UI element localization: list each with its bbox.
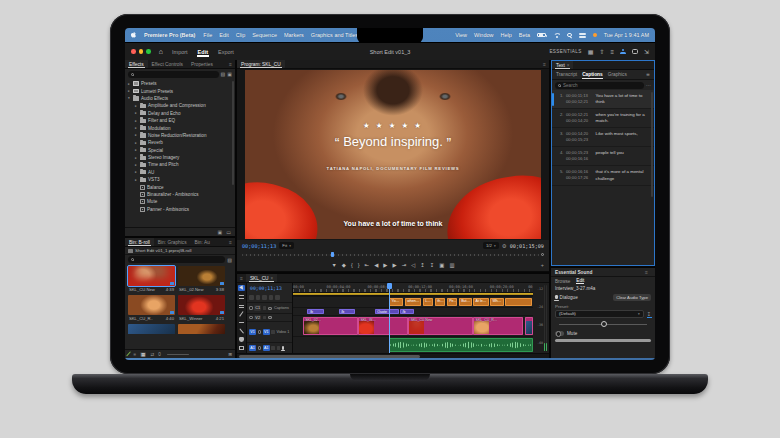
effects-tree-item[interactable]: Binauralizer - Ambisonics bbox=[127, 191, 235, 198]
close-icon[interactable]: × bbox=[567, 63, 570, 68]
lock-icon[interactable] bbox=[258, 330, 262, 334]
mute-toggle[interactable] bbox=[555, 331, 564, 336]
caption-list-item[interactable]: 5.00;00;16;1600;00;17;26that it's more o… bbox=[552, 166, 654, 185]
effects-tree-item[interactable]: Balance bbox=[127, 183, 235, 190]
panel-menu-icon[interactable]: ≡ bbox=[226, 60, 235, 68]
play-icon[interactable]: ▶ bbox=[383, 262, 387, 268]
video-clip[interactable] bbox=[525, 317, 533, 335]
mode-tab-export[interactable]: Export bbox=[217, 45, 235, 59]
edit-pencil-icon[interactable] bbox=[126, 351, 131, 356]
effects-tree-item[interactable]: ▸Filter and EQ bbox=[127, 117, 235, 124]
mute-icon[interactable]: ◁ bbox=[411, 262, 415, 268]
caption-clip[interactable]: Wh… bbox=[490, 298, 504, 306]
effects-tree-item[interactable]: Mute bbox=[127, 198, 235, 205]
marker-icon[interactable] bbox=[269, 295, 274, 300]
effects-tree-item[interactable]: ▸Amplitude and Compression bbox=[127, 102, 235, 109]
mark-in-icon[interactable]: { bbox=[351, 262, 353, 268]
track-header-c1[interactable]: C1 Captions bbox=[247, 302, 292, 313]
project-clip[interactable] bbox=[128, 324, 175, 334]
video-clip[interactable]: SKL_CU.New bbox=[408, 317, 473, 335]
timeline-ruler[interactable]: 00;0000;00;04;0000;00;08;0000;00;12;0000… bbox=[293, 283, 533, 293]
timeline-settings-icon[interactable] bbox=[275, 295, 280, 300]
graphic-clip[interactable]: /b bbox=[400, 309, 414, 314]
caption-clip[interactable] bbox=[505, 298, 531, 306]
eye-icon[interactable] bbox=[268, 307, 272, 310]
menubar-item-view[interactable]: View bbox=[455, 32, 467, 38]
mode-tab-import[interactable]: Import bbox=[171, 45, 189, 59]
subtabs-more-icon[interactable]: ≣ bbox=[646, 72, 650, 77]
caption-text[interactable]: that it's more of a mental challenge bbox=[596, 169, 653, 182]
tab-properties[interactable]: Properties bbox=[187, 60, 217, 68]
subtab-transcript[interactable]: Transcript bbox=[556, 70, 577, 80]
zoom-tool[interactable] bbox=[238, 345, 245, 351]
new-custom-bin-icon[interactable]: ▣ bbox=[218, 229, 223, 235]
caption-list-item[interactable]: 4.00;00;15;2300;00;16;16people tell you bbox=[552, 147, 654, 166]
graphic-clip[interactable]: /b bbox=[339, 309, 356, 314]
project-clip[interactable]: SKL_CU_R..4:40 bbox=[128, 295, 175, 321]
extract-icon[interactable]: ↧ bbox=[430, 262, 435, 268]
caption-clip[interactable]: when… bbox=[405, 298, 422, 306]
effects-tree-item[interactable]: ▸Delay and Echo bbox=[127, 110, 235, 117]
graphic-clip[interactable]: /b bbox=[307, 309, 324, 314]
menubar-item-help[interactable]: Help bbox=[501, 32, 512, 38]
track-options-icon[interactable] bbox=[263, 316, 267, 320]
effects-tree-item[interactable]: ▸AU bbox=[127, 169, 235, 176]
es-tab-edit[interactable]: Edit bbox=[576, 278, 584, 284]
caption-text[interactable]: Like with most sports, bbox=[596, 131, 653, 144]
caption-list-item[interactable]: 1.00;00;11;1300;00;12;21You have a lot o… bbox=[552, 90, 654, 109]
control-center-icon[interactable] bbox=[579, 33, 586, 38]
caption-clip[interactable]: L… bbox=[423, 298, 434, 306]
scrubber-track[interactable] bbox=[242, 254, 539, 256]
tab-bin-au[interactable]: Bin: Au bbox=[191, 238, 214, 246]
menubar-item-edit[interactable]: Edit bbox=[219, 32, 228, 38]
video-clip[interactable]: SKL_CU_R… bbox=[473, 317, 523, 335]
step-back-icon[interactable]: ◀ bbox=[374, 262, 378, 268]
mute-track-icon[interactable] bbox=[271, 346, 275, 350]
go-to-in-icon[interactable]: ⇤ bbox=[365, 262, 370, 268]
comments-icon[interactable] bbox=[632, 49, 638, 54]
lock-icon[interactable] bbox=[258, 346, 262, 350]
apple-logo-icon[interactable] bbox=[131, 32, 137, 39]
effects-tree-item[interactable]: Panner - Ambisonics bbox=[127, 206, 235, 213]
tab-program[interactable]: Program: SKL_CU bbox=[237, 60, 285, 68]
shuttle-icon[interactable]: ⇄ bbox=[150, 352, 154, 357]
snap-icon[interactable] bbox=[256, 295, 261, 300]
search-icon[interactable] bbox=[567, 33, 572, 38]
es-tab-browse[interactable]: Browse bbox=[555, 279, 570, 284]
slider-knob[interactable] bbox=[601, 321, 607, 327]
more-options-icon[interactable]: ⋯ bbox=[646, 82, 651, 88]
menubar-item-beta[interactable]: Beta bbox=[519, 32, 530, 38]
loudness-slider[interactable] bbox=[559, 320, 647, 329]
menubar-item-clip[interactable]: Clip bbox=[236, 32, 245, 38]
tab-effects[interactable]: Effects bbox=[125, 60, 148, 68]
playback-resolution-dropdown[interactable]: 1/2▾ bbox=[483, 242, 499, 249]
filter-bin-icon[interactable]: ▧ bbox=[227, 257, 232, 263]
icon-view-icon[interactable]: ▦ bbox=[140, 352, 146, 357]
project-clip[interactable]: SKL_02.New3:38 bbox=[178, 266, 225, 292]
caption-clip[interactable]: At le… bbox=[473, 298, 489, 306]
battery-icon[interactable] bbox=[537, 33, 546, 38]
panel-menu-icon[interactable]: ≡ bbox=[642, 269, 651, 275]
track-chip-a1[interactable]: A1 bbox=[263, 345, 270, 351]
source-patch-v1[interactable]: V1 bbox=[249, 329, 256, 335]
tab-text[interactable]: Text× bbox=[552, 61, 573, 69]
effects-tree-item[interactable]: ▸Modulation bbox=[127, 124, 235, 131]
delete-icon[interactable]: ▭ bbox=[226, 229, 231, 235]
tab-bin-b-roll[interactable]: Bin: B-roll bbox=[125, 238, 154, 246]
menubar-item-file[interactable]: File bbox=[203, 32, 212, 38]
project-clip[interactable]: SKL_Winner4:21 bbox=[178, 295, 225, 321]
scrollbar-thumb[interactable] bbox=[239, 355, 420, 358]
fullscreen-icon[interactable]: ⇲ bbox=[644, 49, 649, 55]
menubar-item-graphics-and-titles[interactable]: Graphics and Titles bbox=[311, 32, 358, 38]
scrubber-end-handle[interactable] bbox=[541, 253, 544, 256]
track-select-tool[interactable] bbox=[238, 294, 245, 300]
comparison-view-icon[interactable]: ▥ bbox=[449, 262, 454, 268]
caption-text[interactable]: You have a lot of time to think bbox=[596, 93, 653, 106]
project-clip[interactable] bbox=[178, 324, 225, 334]
menubar-item-markers[interactable]: Markers bbox=[284, 32, 304, 38]
caption-clip[interactable]: But… bbox=[459, 298, 472, 306]
home-icon[interactable]: ⌂ bbox=[159, 48, 163, 55]
minimize-window-button[interactable] bbox=[139, 49, 144, 54]
subtab-graphics[interactable]: Graphics bbox=[608, 70, 627, 80]
effects-scrollbar[interactable] bbox=[232, 81, 234, 185]
